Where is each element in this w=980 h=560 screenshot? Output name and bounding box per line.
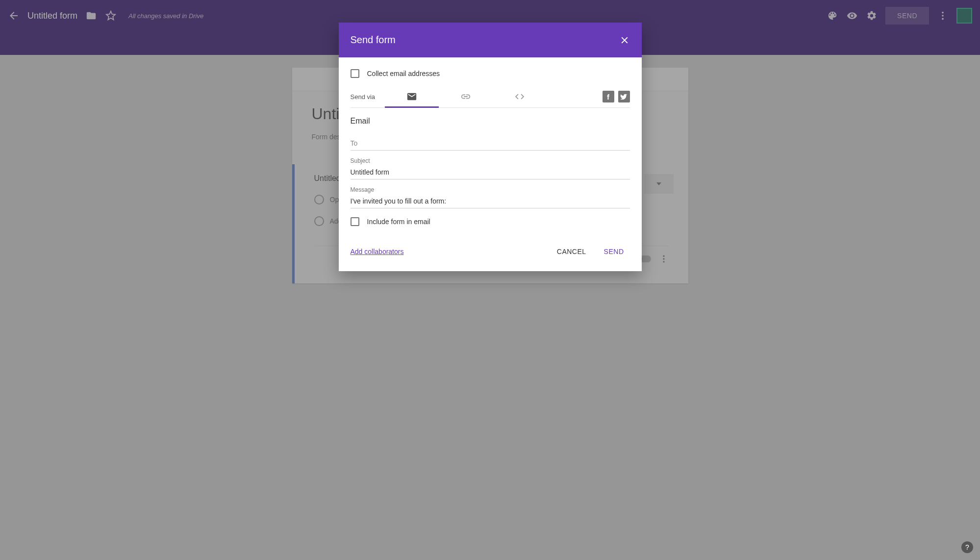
include-form-checkbox[interactable] [351, 217, 359, 226]
collect-emails-label: Collect email addresses [367, 70, 440, 77]
collect-emails-checkbox[interactable] [351, 69, 359, 78]
dialog-title: Send form [351, 34, 396, 46]
to-field[interactable] [351, 136, 630, 151]
send-via-link-tab[interactable] [439, 86, 493, 107]
message-field[interactable] [351, 194, 630, 208]
subject-field[interactable] [351, 165, 630, 179]
twitter-share-icon[interactable] [618, 91, 630, 102]
send-via-label: Send via [351, 93, 385, 101]
cancel-button[interactable]: CANCEL [551, 244, 592, 259]
subject-label: Subject [351, 157, 630, 164]
help-icon[interactable]: ? [961, 541, 973, 553]
email-section-title: Email [351, 108, 630, 129]
send-form-dialog: Send form Collect email addresses Send v… [339, 23, 642, 271]
facebook-share-icon[interactable]: f [603, 91, 614, 102]
dialog-send-button[interactable]: SEND [598, 244, 630, 259]
send-via-embed-tab[interactable] [493, 86, 547, 107]
message-label: Message [351, 186, 630, 193]
include-form-label: Include form in email [367, 218, 430, 226]
close-icon[interactable] [619, 35, 630, 46]
add-collaborators-link[interactable]: Add collaborators [351, 248, 404, 255]
send-via-email-tab[interactable] [385, 86, 439, 107]
dialog-header: Send form [339, 23, 642, 57]
